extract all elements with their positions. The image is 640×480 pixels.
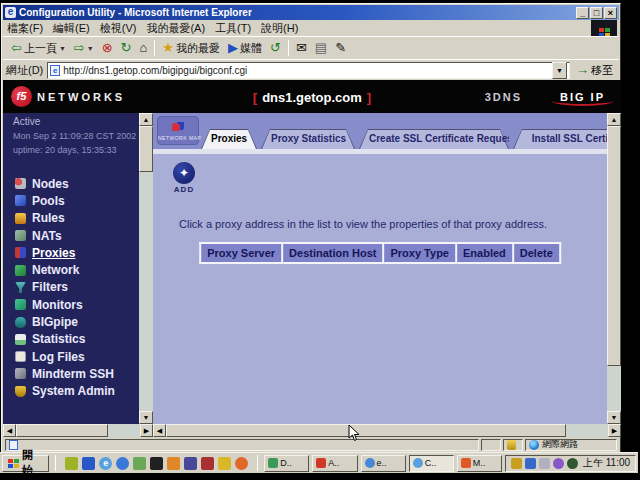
scroll-down-icon[interactable]: ▼ [607,411,621,424]
url-dropdown-icon[interactable]: ▼ [552,62,567,79]
sidebar-item-system-admin[interactable]: System Admin [15,383,153,400]
scroll-left-icon[interactable]: ◀ [153,424,166,437]
print-button[interactable]: ▤ [311,40,331,56]
go-button[interactable]: → 移至 [573,62,616,79]
refresh-button[interactable]: ↻ [117,40,136,56]
mail-button[interactable]: ✉ [292,40,311,56]
url-text[interactable]: http://dns1.getop.com/bigipgui/bigconf.c… [63,65,552,76]
tray-volume-icon[interactable] [511,458,522,469]
link-bigip[interactable]: BIG IP [560,91,605,103]
forward-dropdown-icon[interactable]: ▼ [87,45,94,52]
quicklaunch-ie-icon[interactable]: e [99,457,112,470]
task-window-button[interactable]: M.. [457,455,502,472]
quicklaunch-app-icon[interactable] [218,457,231,470]
sidebar-item-monitors[interactable]: Monitors [15,296,153,313]
tray-display-icon[interactable] [567,458,578,469]
main-horizontal-scrollbar[interactable]: ◀ ▶ [153,424,621,437]
status-pane-progress [481,439,501,451]
network-map-button[interactable]: NETWORK MAP [157,116,199,145]
back-button[interactable]: ⇦ 上一頁▼ [7,40,70,57]
sidebar-item-pools[interactable]: Pools [15,192,153,209]
menu-favorites[interactable]: 我的最愛(A) [146,21,205,36]
quicklaunch-console-icon[interactable] [150,457,163,470]
favorites-button[interactable]: ★ 我的最愛 [158,40,224,57]
sidebar-vertical-scrollbar[interactable]: ▲ ▼ [139,113,153,424]
nodes-icon [15,178,26,189]
col-proxy-server: Proxy Server [200,243,282,263]
scrollbar-thumb[interactable] [607,126,621,366]
sidebar-item-rules[interactable]: Rules [15,210,153,227]
task-window-button-active[interactable]: C.. [409,455,454,472]
tray-network-icon[interactable] [525,458,536,469]
nats-icon [15,230,26,241]
quicklaunch-globe-icon[interactable] [116,457,129,470]
quicklaunch-app-icon[interactable] [133,457,146,470]
quicklaunch-app-icon[interactable] [65,457,78,470]
close-button[interactable]: × [604,7,617,19]
minimize-button[interactable]: _ [576,7,589,19]
media-icon: ▶ [228,41,238,55]
sidebar-item-nats[interactable]: NATs [15,227,153,244]
uptime-text: uptime: 20 days, 15:35:33 [13,145,153,155]
quicklaunch-app-icon[interactable] [167,457,180,470]
scrollbar-thumb[interactable] [16,424,108,437]
sidebar-item-log-files[interactable]: Log Files [15,348,153,365]
task-window-button[interactable]: D.. [264,455,309,472]
sidebar-item-mindterm-ssh[interactable]: Mindterm SSH [15,365,153,382]
maximize-button[interactable]: □ [590,7,603,19]
sidebar-item-statistics[interactable]: Statistics [15,331,153,348]
internet-zone-icon [529,440,539,450]
back-dropdown-icon[interactable]: ▼ [59,45,66,52]
go-arrow-icon: → [576,63,589,77]
main-vertical-scrollbar[interactable]: ▲ ▼ [607,113,621,424]
tray-ime-icon[interactable] [539,458,550,469]
edit-button[interactable]: ✎ [331,40,350,56]
start-button[interactable]: 開始 [2,455,49,472]
scrollbar-thumb[interactable] [166,424,566,437]
title-bar[interactable]: e Configuration Utility - Microsoft Inte… [3,5,619,20]
task-window-button[interactable]: e.. [361,455,406,472]
add-proxy-button[interactable]: ✦ [173,162,195,184]
menu-help[interactable]: 說明(H) [261,21,298,36]
scroll-right-icon[interactable]: ▶ [608,424,621,437]
sidebar-item-proxies[interactable]: Proxies [15,244,153,261]
quicklaunch-app-icon[interactable] [201,457,214,470]
task-window-button[interactable]: A.. [312,455,357,472]
scrollbar-thumb[interactable] [139,126,153,172]
menu-file[interactable]: 檔案(F) [7,21,43,36]
sidebar-horizontal-scrollbar[interactable]: ◀ ▶ [3,424,153,437]
history-button[interactable]: ↺ [266,40,285,56]
url-input[interactable]: e http://dns1.getop.com/bigipgui/bigconf… [47,62,570,79]
quicklaunch-media-icon[interactable] [235,457,248,470]
tray-app-icon[interactable] [553,458,564,469]
forward-icon: ⇨ [74,41,85,55]
tab-proxies[interactable]: Proxies [201,129,257,149]
quicklaunch-app-icon[interactable] [184,457,197,470]
link-3dns[interactable]: 3DNS [485,91,522,103]
sidebar-item-bigpipe[interactable]: BIGpipe [15,313,153,330]
app-icon [268,458,278,468]
scroll-left-icon[interactable]: ◀ [3,424,16,437]
menu-edit[interactable]: 編輯(E) [53,21,90,36]
scroll-up-icon[interactable]: ▲ [139,113,153,126]
media-button[interactable]: ▶ 媒體 [224,40,266,57]
menu-view[interactable]: 檢視(V) [100,21,137,36]
address-label: 網址(D) [6,63,43,78]
status-pane-zone: 網際網路 [525,439,617,451]
windows-logo-icon [8,459,19,468]
tab-proxy-statistics[interactable]: Proxy Statistics [261,129,355,149]
sidebar-item-network[interactable]: Network [15,261,153,278]
home-button[interactable]: ⌂ [136,40,152,56]
quicklaunch-desktop-icon[interactable] [82,457,95,470]
scroll-right-icon[interactable]: ▶ [140,424,153,437]
sidebar-item-nodes[interactable]: Nodes [15,175,153,192]
stop-button[interactable]: ⊗ [98,40,117,56]
tab-install-ssl-certificate[interactable]: Install SSL Certifi [513,129,607,149]
document-icon [9,440,18,450]
scroll-up-icon[interactable]: ▲ [607,113,621,126]
tab-create-ssl-certificate-request[interactable]: Create SSL Certificate Request [359,129,509,149]
menu-tools[interactable]: 工具(T) [215,21,251,36]
forward-button[interactable]: ⇨ ▼ [70,40,98,56]
sidebar-item-filters[interactable]: Filters [15,279,153,296]
scroll-down-icon[interactable]: ▼ [139,411,153,424]
